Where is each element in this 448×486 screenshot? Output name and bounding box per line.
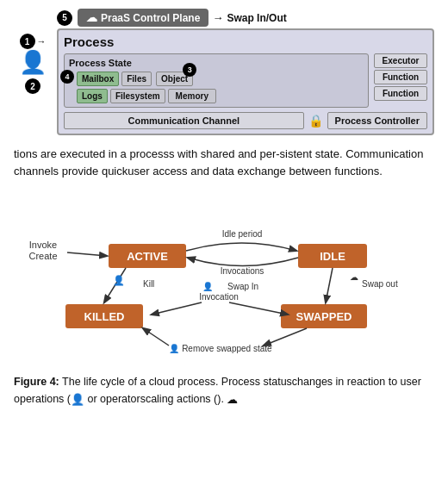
- swapin-swapped-arrow: [229, 302, 288, 315]
- files-cell: Files: [121, 72, 152, 86]
- executor-area: Executor Function Function: [374, 53, 427, 101]
- num4-badge: 4: [60, 70, 74, 84]
- idle-period-text: Idle period: [222, 229, 263, 239]
- process-title: Process: [64, 34, 427, 49]
- kill-text: Kill: [143, 279, 154, 289]
- arrow-icon1: →: [37, 36, 47, 47]
- figure-caption: Figure 4: The life cycle of a cloud proc…: [14, 374, 434, 408]
- invocations-text: Invocations: [221, 266, 264, 276]
- process-controller: Process Controller: [327, 112, 427, 129]
- num2-badge: 2: [25, 78, 40, 94]
- swap-in-person: 👤: [202, 281, 214, 292]
- process-state-title: Process State: [69, 58, 364, 68]
- caption-cloud-icon: ☁: [227, 393, 238, 406]
- swap-label: Swap In/Out: [227, 12, 286, 24]
- invoke-arrow: [67, 252, 107, 256]
- invoke-text: Invoke: [29, 240, 57, 250]
- num1-badge: 1: [20, 34, 35, 49]
- remove-swapped-text: 👤 Remove swapped state: [169, 343, 272, 354]
- swap-out-arrow: [326, 268, 333, 302]
- swap-out-text: Swap out: [362, 279, 398, 289]
- architecture-diagram: 5 ☁ PraaS Control Plane → Swap In/Out 1 …: [14, 9, 434, 135]
- swap-in-text: Swap In: [227, 282, 258, 291]
- memory-cell: Memory: [168, 89, 216, 103]
- left-person-area: 1 → 👤 2: [14, 34, 52, 94]
- remove-arrow: [264, 328, 307, 346]
- process-state-area: Process State 4 Mailbox Files 3 Object: [64, 53, 369, 108]
- text-body: tions are executed in a processs with sh…: [14, 146, 434, 180]
- idle-active-arrow: [188, 258, 298, 266]
- caption-suffix: or operatorscaling actions ().: [84, 393, 224, 405]
- active-idle-arrow: [186, 243, 296, 251]
- active-label: ACTIVE: [127, 250, 168, 263]
- remove-arrow2: [143, 328, 169, 346]
- invocation-text: Invocation: [199, 292, 239, 302]
- lifecycle-svg: ACTIVE IDLE KILLED SWAPPED Invoke Create…: [14, 192, 427, 364]
- swapin-active-arrow: [152, 302, 202, 315]
- num3-badge: 3: [183, 63, 196, 77]
- swap-out-icon: ☁: [350, 272, 358, 282]
- filesystem-cell: Filesystem: [110, 89, 165, 103]
- figure-label: Figure 4:: [14, 376, 59, 388]
- function2-cell: Function: [374, 86, 427, 101]
- comm-channel: Communication Channel: [64, 112, 304, 129]
- person-icon: 👤: [19, 51, 47, 73]
- lifecycle-diagram: ACTIVE IDLE KILLED SWAPPED Invoke Create…: [14, 192, 434, 367]
- cloud-icon: ☁: [86, 11, 97, 24]
- lock-icon: 🔒: [308, 114, 323, 128]
- function1-cell: Function: [374, 70, 427, 84]
- object-memory-cells: 3 Object: [156, 72, 193, 86]
- praa-label: ☁ PraaS Control Plane: [78, 9, 208, 27]
- killed-label: KILLED: [84, 310, 125, 323]
- caption-person-icon: 👤: [71, 393, 84, 406]
- idle-label: IDLE: [320, 250, 345, 263]
- arrow-right: →: [212, 11, 223, 24]
- logs-cell: Logs: [77, 89, 108, 103]
- num5-badge: 5: [57, 10, 72, 26]
- create-text: Create: [28, 251, 57, 261]
- process-box: Process Process State 4 Mailbox Files: [57, 28, 434, 135]
- kill-person-icon: 👤: [113, 274, 125, 286]
- executor-cell: Executor: [374, 53, 427, 68]
- mailbox-cell: Mailbox: [77, 72, 119, 86]
- kill-arrow: [104, 268, 126, 302]
- swapped-label: SWAPPED: [296, 310, 352, 323]
